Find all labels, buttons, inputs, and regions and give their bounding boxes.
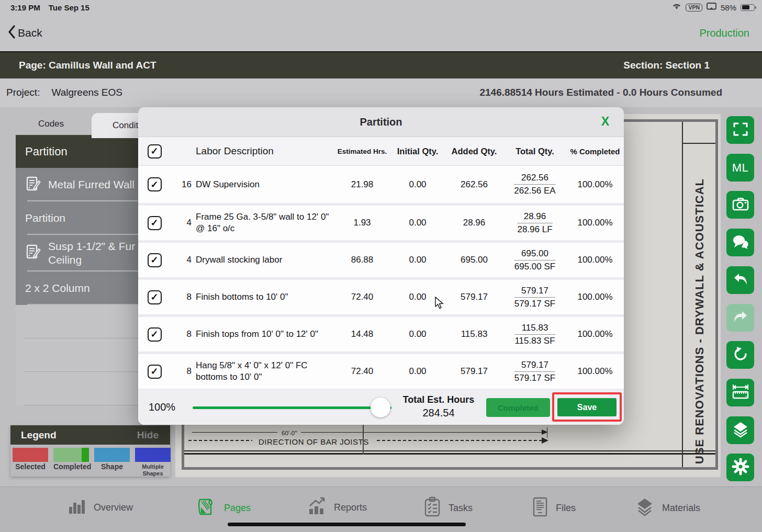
fullscreen-button[interactable] [726,116,754,144]
column-labor-description: Labor Description [192,145,334,157]
row-added: 695.00 [445,255,503,265]
table-row[interactable]: 8 Finish tops from 10' 0" to 12' 0" 14.4… [138,314,624,352]
row-estimated: 14.48 [334,329,390,339]
production-button[interactable]: Production [699,27,749,39]
bar-joist-direction-label: DIRECTION OF BAR JOISTS [252,437,375,446]
page-title: Page: Camillus Wall and ACT [19,60,156,71]
row-total-fraction: 579.17579.17 SF [514,286,555,309]
pages-icon [196,496,217,519]
row-checkbox[interactable] [148,177,162,191]
page-header-bar: Page: Camillus Wall and ACT Section: Sec… [0,51,762,78]
battery-percent: 58% [721,3,736,12]
close-button[interactable]: X [601,115,609,129]
home-indicator[interactable] [228,523,466,526]
table-row[interactable]: 8 Hang 5/8" x 4' 0" x 12' 0" FC bottoms … [138,352,624,389]
row-initial: 0.00 [390,292,445,302]
ml-icon: ML [732,161,749,175]
table-row[interactable]: 16 DW Supervision 21.98 0.00 262.56 262.… [138,166,624,203]
row-checkbox[interactable] [148,253,162,267]
modal-header: Partition X [138,107,624,137]
wall-line [184,453,715,455]
rotate-button[interactable] [726,341,754,369]
row-estimated: 1.93 [334,218,390,228]
ruler-icon [732,383,749,402]
nav-bar: Back Production [0,15,762,51]
files-icon [531,496,549,519]
completion-slider[interactable] [193,406,391,409]
row-pct-completed: 100.00% [566,329,624,339]
chevron-left-icon [7,25,16,41]
wall-line [184,450,715,452]
row-count: 8 [171,329,192,339]
wifi-icon [672,3,681,12]
row-description: DW Supervision [192,179,334,190]
row-count: 8 [171,366,192,377]
row-pct-completed: 100.00% [566,366,624,377]
row-estimated: 72.40 [334,366,390,377]
row-estimated: 21.98 [334,179,390,190]
row-checkbox[interactable] [148,365,162,379]
chat-button[interactable] [726,229,754,256]
multiple-shapes-color-swatch [135,448,171,462]
undo-button[interactable] [726,266,754,294]
project-label: Project: [6,87,40,98]
tab-tasks[interactable]: Tasks [423,496,473,519]
settings-button[interactable] [726,454,754,481]
row-pct-completed: 100.00% [566,218,624,228]
row-added: 579.17 [445,366,503,377]
tab-files[interactable]: Files [531,496,576,519]
tab-codes[interactable]: Codes [10,113,92,135]
section-title: Section: Section 1 [623,60,710,71]
tab-reports[interactable]: Reports [306,496,367,518]
camera-icon [732,196,749,214]
table-row[interactable]: 8 Finish bottoms to 10' 0" 72.40 0.00 57… [138,277,624,314]
tab-overview[interactable]: Overview [67,496,133,518]
legend-panel: Legend Hide Selected Completed Shape Mul… [10,425,170,477]
layers-button[interactable] [726,416,754,444]
measure-button[interactable] [726,379,754,406]
save-button[interactable]: Save [557,398,617,416]
ml-button[interactable]: ML [726,154,754,182]
back-button[interactable]: Back [7,25,42,41]
row-pct-completed: 100.00% [566,255,624,265]
camera-button[interactable] [726,191,754,219]
legend-entry-shape: Shape [94,448,130,477]
hours-summary: 2146.88514 Hours Estimated - 0.0 Hours C… [479,87,722,98]
overview-icon [67,496,87,518]
row-initial: 0.00 [390,366,445,377]
completed-button[interactable]: Completed [486,398,550,417]
row-checkbox[interactable] [148,327,162,342]
row-description: Hang 5/8" x 4' 0" x 12' 0" FC bottoms to… [192,360,334,383]
row-total-fraction: 262.56262.56 EA [514,173,555,196]
vpn-badge: VPN [686,4,702,12]
table-row[interactable]: 4 Frame 25 Ga. 3-5/8" wall to 12' 0" @ 1… [138,203,624,240]
completion-percent-label: 100% [149,401,175,413]
row-pct-completed: 100.00% [566,292,624,302]
table-row[interactable]: 4 Drywall stocking labor 86.88 0.00 695.… [138,240,624,277]
row-estimated: 86.88 [334,255,390,265]
row-initial: 0.00 [390,329,445,339]
slider-thumb[interactable] [371,398,390,417]
sidebar-item-label: Partition [25,212,65,224]
row-checkbox[interactable] [148,290,162,304]
tab-pages[interactable]: Pages [196,496,251,519]
drawing-title-block: USE RENOVATIONS - DRYWALL & ACOUSTICAL [682,122,715,467]
reports-icon [306,496,327,518]
sidebar-item-label: 2 x 2 Column [25,282,90,295]
status-bar: 3:19 PM Tue Sep 15 VPN 58% [0,0,762,15]
redo-button[interactable] [726,304,754,332]
condition-document-icon [25,244,41,263]
date: Tue Sep 15 [49,3,89,12]
sidebar-item-label: Metal Furred Wall [48,178,135,191]
row-added: 579.17 [445,292,503,302]
row-added: 115.83 [445,329,503,339]
row-estimated: 72.40 [334,292,390,302]
condition-document-icon [25,176,41,194]
tab-materials[interactable]: Materials [634,496,700,519]
legend-hide-button[interactable]: Hide [137,429,159,441]
undo-icon [732,271,749,289]
layers-icon [732,421,749,440]
row-checkbox[interactable] [148,216,162,230]
select-all-checkbox[interactable] [148,144,162,159]
legend-entry-completed: Completed [53,448,89,477]
